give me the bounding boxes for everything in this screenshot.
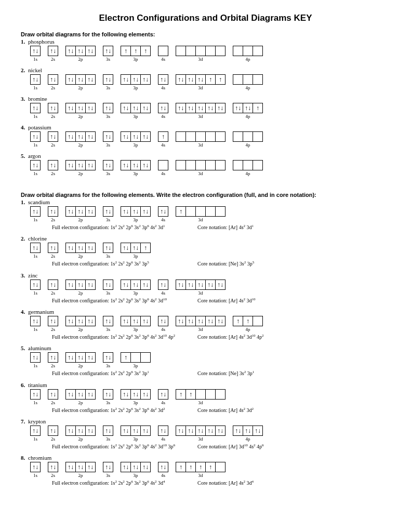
orbital-box: ↑↓ xyxy=(85,352,96,363)
orbital-boxes: ↑↓↑↓↑↓ xyxy=(65,103,96,113)
orbital-boxes xyxy=(233,160,263,170)
orbital-box xyxy=(195,206,206,217)
orbital-box xyxy=(233,131,243,142)
orbital-box xyxy=(253,131,263,142)
orbital-box: ↑↓ xyxy=(205,316,216,326)
orbital-box xyxy=(185,46,196,56)
orbital-label: 4p xyxy=(246,57,250,62)
orbital-boxes: ↑↓ xyxy=(30,206,41,217)
orbital-label: 1s xyxy=(33,400,37,405)
orbital-label: 3s xyxy=(106,290,110,296)
orbital-boxes: ↑↓↑↓↑↓ xyxy=(65,206,96,217)
orbital-box: ↑ xyxy=(140,243,151,253)
orbital-boxes: ↑↓ xyxy=(48,280,58,290)
orbital-box: ↑ xyxy=(195,462,206,472)
orbital-label: 1s xyxy=(33,217,37,222)
orbital-boxes: ↑↓ xyxy=(103,131,113,142)
orbital-box xyxy=(243,160,253,170)
orbital-box: ↑↓ xyxy=(130,160,141,170)
orbital-box: ↑↓ xyxy=(195,74,206,85)
orbital-group-3s: ↑↓3s xyxy=(103,352,113,368)
orbital-box: ↑↓ xyxy=(185,316,196,326)
element-name: germanium xyxy=(28,309,54,315)
orbital-boxes: ↑↓↑↓↑↓ xyxy=(65,280,96,290)
orbital-label: 3s xyxy=(106,142,110,148)
orbital-label: 3s xyxy=(106,400,110,405)
orbital-boxes: ↑↓↑↓↑↓ xyxy=(121,425,151,436)
orbital-boxes: ↑↓ xyxy=(158,389,168,400)
orbital-boxes: ↑↓ xyxy=(103,462,113,472)
orbital-box: ↑↓ xyxy=(130,462,141,472)
orbital-box: ↑ xyxy=(233,316,243,326)
orbital-group-4s: ↑4s xyxy=(158,131,168,148)
problem-header: 1.scandium xyxy=(21,199,390,205)
orbital-group-1s: ↑↓1s xyxy=(30,280,41,296)
orbital-box: ↑↓ xyxy=(30,280,41,290)
orbital-group-3s: ↑↓3s xyxy=(103,316,113,332)
orbital-boxes: ↑↓↑↓↑↓ xyxy=(233,425,263,436)
core-config: Core notation: [Ar] 4s2 3d10 xyxy=(197,297,256,303)
orbital-boxes: ↑↓ xyxy=(30,425,41,436)
orbital-group-2s: ↑↓2s xyxy=(48,160,58,176)
orbital-boxes: ↑↓ xyxy=(103,352,113,363)
orbital-group-4p: ↑↓↑↓↑4p xyxy=(233,103,263,119)
orbital-boxes: ↑↓ xyxy=(103,280,113,290)
orbital-box xyxy=(176,46,186,56)
orbital-group-3s: ↑↓3s xyxy=(103,462,113,478)
orbital-box: ↑↓ xyxy=(75,74,86,85)
orbital-box: ↑↓ xyxy=(103,389,113,400)
orbital-boxes: ↑↓ xyxy=(103,243,113,253)
orbital-boxes: ↑↓↑↓↑↓ xyxy=(65,131,96,142)
orbital-box: ↑ xyxy=(205,74,216,85)
orbital-box: ↑↓ xyxy=(75,280,86,290)
orbital-group-2s: ↑↓2s xyxy=(48,462,58,478)
orbital-box: ↑↓ xyxy=(215,280,226,290)
orbital-group-1s: ↑↓1s xyxy=(30,206,41,222)
orbital-box: ↑↓ xyxy=(65,352,76,363)
orbital-box xyxy=(205,131,216,142)
element-name: zinc xyxy=(28,272,37,278)
element-name: chromium xyxy=(28,455,51,461)
orbital-box: ↑↓ xyxy=(103,243,113,253)
problem: 7.krypton↑↓1s↑↓2s↑↓↑↓↑↓2p↑↓3s↑↓↑↓↑↓3p↑↓4… xyxy=(21,418,390,449)
orbital-boxes: ↑↓↑↓↑↓ xyxy=(65,243,96,253)
orbital-box: ↑ xyxy=(158,131,168,142)
orbital-label: 1s xyxy=(33,57,37,62)
orbital-box: ↑↓ xyxy=(176,316,186,326)
orbital-box xyxy=(253,160,263,170)
orbital-label: 2s xyxy=(51,327,55,332)
orbital-label: 4s xyxy=(161,290,165,296)
orbital-boxes: ↑↓↑↓↑↓ xyxy=(121,280,151,290)
problem-header: 7.krypton xyxy=(21,418,390,424)
orbital-boxes: ↑↓ xyxy=(30,160,41,170)
orbital-boxes: ↑↓ xyxy=(48,462,58,472)
orbital-boxes: ↑↑ xyxy=(176,389,226,400)
orbital-box: ↑ xyxy=(243,316,253,326)
orbital-group-4s: ↑↓4s xyxy=(158,389,168,405)
problem-header: 6.titanium xyxy=(21,382,390,388)
orbital-box: ↑↓ xyxy=(243,425,253,436)
orbital-box: ↑↓ xyxy=(130,243,141,253)
problem: 4.germanium↑↓1s↑↓2s↑↓↑↓↑↓2p↑↓3s↑↓↑↓↑↓3p↑… xyxy=(21,309,390,340)
orbital-label: 2s xyxy=(51,57,55,62)
orbitals-row: ↑↓1s↑↓2s↑↓↑↓↑↓2p↑↓3s↑↓↑↓↑↓3p↑↓4s↑↓↑↓↑↓↑↓… xyxy=(30,103,390,119)
orbital-box: ↑ xyxy=(140,46,151,56)
orbital-box: ↑↓ xyxy=(215,316,226,326)
orbital-boxes: ↑↓↑↓↑↓ xyxy=(65,389,96,400)
orbital-label: 3s xyxy=(106,114,110,119)
orbital-label: 3s xyxy=(106,436,110,442)
orbital-label: 3d xyxy=(198,171,203,176)
orbital-group-3p: ↑↓↑↓↑↓3p xyxy=(121,462,151,478)
orbital-box: ↑ xyxy=(176,389,186,400)
orbital-group-3s: ↑↓3s xyxy=(103,425,113,442)
orbital-box xyxy=(253,316,263,326)
orbital-box: ↑↓ xyxy=(130,316,141,326)
orbital-label: 3s xyxy=(106,363,110,368)
orbital-box: ↑↓ xyxy=(30,352,41,363)
orbital-box: ↑↓ xyxy=(158,389,168,400)
orbital-box: ↑↓ xyxy=(48,160,58,170)
orbital-box: ↑↓ xyxy=(176,103,186,113)
orbital-boxes: ↑↓ xyxy=(30,131,41,142)
orbital-group-1s: ↑↓1s xyxy=(30,131,41,148)
full-config: Full electron configuration: 1s2 2s2 2p6… xyxy=(52,443,197,449)
